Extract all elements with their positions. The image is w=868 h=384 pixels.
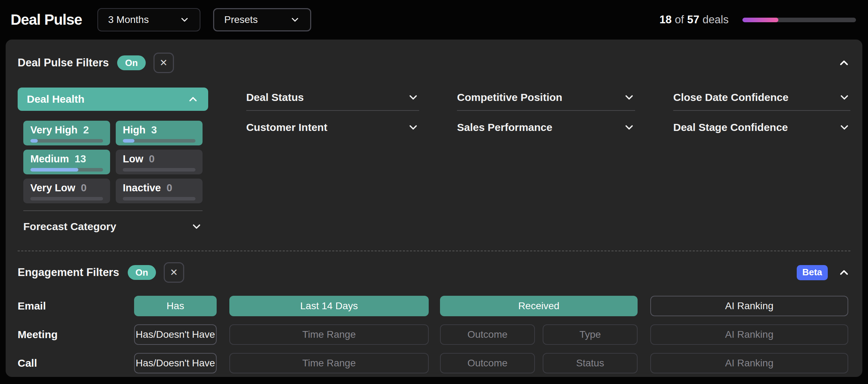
deal-stage-confidence-label: Deal Stage Confidence bbox=[673, 121, 788, 133]
close-icon: ✕ bbox=[159, 57, 168, 68]
forecast-category-label: Forecast Category bbox=[23, 221, 116, 233]
chevron-down-icon bbox=[623, 121, 635, 133]
deals-word: deals bbox=[703, 13, 729, 26]
meeting-row-label: Meeting bbox=[18, 329, 134, 341]
call-row-label: Call bbox=[18, 357, 134, 369]
chevron-down-icon bbox=[407, 121, 419, 133]
meeting-has-button[interactable]: Has/Doesn't Have bbox=[134, 324, 217, 345]
chevron-down-icon bbox=[191, 221, 203, 233]
option-label: Very High bbox=[30, 124, 78, 136]
email-direction-button[interactable]: Received bbox=[440, 296, 638, 316]
engagement-filters-header: Engagement Filters On ✕ Beta bbox=[18, 262, 850, 283]
chevron-down-icon bbox=[838, 121, 850, 133]
filters-grid: Deal Health Very High 2 High 3 bbox=[18, 88, 850, 234]
call-status-button[interactable]: Status bbox=[543, 353, 638, 373]
presets-dropdown[interactable]: Presets bbox=[213, 8, 311, 31]
deals-current: 18 bbox=[659, 13, 671, 26]
topbar: Deal Pulse 3 Months Presets 18 of 57 dea… bbox=[0, 0, 868, 40]
deal-health-options: Very High 2 High 3 Medium 13 bbox=[23, 121, 203, 203]
option-label: Very Low bbox=[30, 182, 75, 194]
option-bar-fill bbox=[30, 139, 38, 143]
competitive-position-accordion[interactable]: Competitive Position bbox=[457, 88, 635, 111]
sales-performance-label: Sales Performance bbox=[457, 121, 552, 133]
deal-health-option-inactive[interactable]: Inactive 0 bbox=[116, 179, 203, 203]
deal-health-option-medium[interactable]: Medium 13 bbox=[23, 150, 110, 174]
deal-pulse-filters-clear-button[interactable]: ✕ bbox=[153, 53, 174, 73]
chevron-up-icon[interactable] bbox=[838, 266, 850, 279]
deal-pulse-filters-toggle[interactable]: On bbox=[117, 55, 145, 70]
deals-counter: 18 of 57 deals bbox=[659, 13, 732, 26]
filters-column-4: Close Date Confidence Deal Stage Confide… bbox=[673, 88, 850, 139]
option-count: 2 bbox=[83, 124, 89, 136]
engagement-filters-toggle[interactable]: On bbox=[128, 265, 156, 280]
deal-health-option-low[interactable]: Low 0 bbox=[116, 150, 203, 174]
deal-pulse-filters-title: Deal Pulse Filters bbox=[18, 56, 109, 69]
deal-stage-confidence-accordion[interactable]: Deal Stage Confidence bbox=[673, 116, 850, 139]
email-time-range-button[interactable]: Last 14 Days bbox=[229, 296, 429, 316]
beta-badge: Beta bbox=[797, 265, 828, 280]
meeting-outcome-button[interactable]: Outcome bbox=[440, 324, 535, 345]
time-range-dropdown[interactable]: 3 Months bbox=[97, 8, 200, 31]
chevron-down-icon bbox=[290, 14, 300, 25]
option-bar bbox=[30, 197, 103, 200]
deal-health-option-very-low[interactable]: Very Low 0 bbox=[23, 179, 110, 203]
deal-health-accordion[interactable]: Deal Health bbox=[18, 88, 208, 111]
call-outcome-button[interactable]: Outcome bbox=[440, 353, 535, 373]
chevron-down-icon bbox=[838, 91, 850, 103]
close-date-confidence-accordion[interactable]: Close Date Confidence bbox=[673, 88, 850, 111]
option-bar bbox=[30, 168, 103, 172]
chevron-up-icon[interactable] bbox=[838, 56, 850, 69]
option-count: 13 bbox=[75, 153, 86, 165]
sales-performance-accordion[interactable]: Sales Performance bbox=[457, 116, 635, 139]
deal-health-column: Deal Health Very High 2 High 3 bbox=[18, 88, 208, 234]
deals-progress-fill bbox=[742, 18, 778, 22]
option-count: 3 bbox=[151, 124, 157, 136]
meeting-row: Meeting Has/Doesn't Have Time Range Outc… bbox=[18, 324, 850, 345]
filters-column-2: Deal Status Customer Intent bbox=[246, 88, 419, 139]
option-label: Medium bbox=[30, 153, 69, 165]
customer-intent-label: Customer Intent bbox=[246, 121, 327, 133]
option-bar bbox=[30, 139, 103, 143]
deal-health-option-very-high[interactable]: Very High 2 bbox=[23, 121, 110, 145]
engagement-filters-clear-button[interactable]: ✕ bbox=[164, 262, 184, 283]
presets-value: Presets bbox=[224, 14, 258, 25]
meeting-type-button[interactable]: Type bbox=[543, 324, 638, 345]
option-count: 0 bbox=[81, 182, 86, 194]
call-time-range-button[interactable]: Time Range bbox=[229, 353, 429, 373]
email-has-button[interactable]: Has bbox=[134, 296, 217, 316]
deal-health-option-high[interactable]: High 3 bbox=[116, 121, 203, 145]
competitive-position-label: Competitive Position bbox=[457, 91, 562, 103]
option-bar bbox=[123, 197, 195, 200]
call-ai-ranking-button[interactable]: AI Ranking bbox=[650, 353, 848, 373]
divider bbox=[23, 210, 203, 211]
deal-status-label: Deal Status bbox=[246, 91, 304, 103]
chevron-down-icon bbox=[179, 14, 190, 25]
call-has-button[interactable]: Has/Doesn't Have bbox=[134, 353, 217, 373]
meeting-time-range-button[interactable]: Time Range bbox=[229, 324, 429, 345]
filters-panel: Deal Pulse Filters On ✕ Deal Health Very… bbox=[6, 40, 862, 377]
close-icon: ✕ bbox=[170, 267, 178, 278]
deals-progress-bar bbox=[742, 18, 856, 22]
close-date-confidence-label: Close Date Confidence bbox=[673, 91, 789, 103]
email-row: Email Has Last 14 Days Received AI Ranki… bbox=[18, 296, 850, 316]
option-bar bbox=[123, 168, 195, 172]
customer-intent-accordion[interactable]: Customer Intent bbox=[246, 116, 419, 139]
option-count: 0 bbox=[149, 153, 155, 165]
chevron-down-icon bbox=[623, 91, 635, 103]
email-row-label: Email bbox=[18, 300, 134, 312]
meeting-ai-ranking-button[interactable]: AI Ranking bbox=[650, 324, 848, 345]
deal-health-label: Deal Health bbox=[27, 93, 84, 105]
option-bar-fill bbox=[123, 139, 134, 143]
deals-total: 57 bbox=[687, 13, 699, 26]
time-range-value: 3 Months bbox=[108, 14, 149, 25]
forecast-category-accordion[interactable]: Forecast Category bbox=[23, 219, 203, 234]
app-logo: Deal Pulse bbox=[11, 11, 82, 28]
option-label: High bbox=[123, 124, 145, 136]
option-label: Inactive bbox=[123, 182, 161, 194]
option-label: Low bbox=[123, 153, 143, 165]
email-ai-ranking-button[interactable]: AI Ranking bbox=[650, 296, 848, 316]
deal-status-accordion[interactable]: Deal Status bbox=[246, 88, 419, 111]
dashed-divider bbox=[18, 251, 850, 251]
engagement-rows: Email Has Last 14 Days Received AI Ranki… bbox=[18, 296, 850, 373]
deals-of-word: of bbox=[675, 13, 684, 26]
